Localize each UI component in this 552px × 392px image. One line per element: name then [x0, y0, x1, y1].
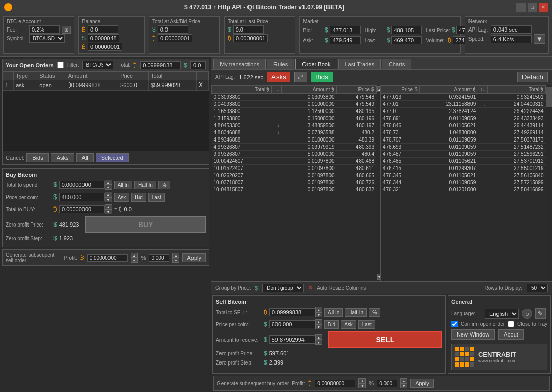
buy-bid-button[interactable]: Bid: [131, 193, 146, 202]
symbol-select[interactable]: BTC/USD: [29, 34, 65, 43]
sell-price-input[interactable]: [269, 320, 315, 328]
spend-spin-dn[interactable]: ▼: [105, 185, 112, 190]
lang-row: Language: English ○ ✎: [451, 308, 547, 319]
tab-last-trades[interactable]: Last Trades: [338, 59, 380, 69]
about-button[interactable]: About: [498, 329, 524, 340]
gen-buy-spin-up[interactable]: ▲: [358, 378, 366, 383]
cancel-all-button[interactable]: All: [76, 153, 94, 162]
ob-scrollbar[interactable]: [546, 85, 552, 281]
detach-button[interactable]: Detach: [517, 72, 548, 82]
sell-button[interactable]: SELL: [328, 331, 442, 348]
refresh-button[interactable]: ○: [522, 309, 532, 319]
switch-button[interactable]: ⇄: [294, 72, 307, 82]
sell-recv-spin-dn[interactable]: ▼: [315, 340, 322, 345]
close-button[interactable]: ✕: [539, 3, 548, 12]
tab-order-book[interactable]: Order Book: [295, 59, 337, 69]
buttons-row: New Window About: [451, 329, 547, 340]
asks-button[interactable]: Asks: [267, 72, 290, 82]
gen-buy-pct-input[interactable]: [377, 380, 397, 387]
bids-total: 26.44439114: [487, 122, 545, 129]
buy-button[interactable]: BUY: [85, 216, 206, 233]
sell-price-spin-dn[interactable]: ▼: [315, 324, 322, 329]
close-tray-checkbox[interactable]: [508, 321, 514, 327]
bids-row: 476.415 0.01299307 27.55001219: [381, 165, 546, 172]
sell-amt-spin-dn[interactable]: ▼: [315, 312, 322, 317]
bids-price: 476.345: [381, 172, 420, 179]
gen-sell-profit-input[interactable]: [87, 254, 128, 262]
group-select[interactable]: Don't group: [262, 284, 304, 292]
gen-sell-pct-spin-dn[interactable]: ▼: [172, 258, 179, 263]
ob-scrollbar-thumb[interactable]: [546, 87, 552, 107]
gen-buy-profit-input[interactable]: [315, 380, 355, 387]
scroll-dn-button[interactable]: ▼: [377, 274, 380, 280]
sell-ask-button[interactable]: Ask: [341, 320, 356, 329]
auto-resize-x[interactable]: ✕: [308, 285, 313, 291]
sell-pct-button[interactable]: %: [369, 308, 380, 317]
sell-last-button[interactable]: Last: [358, 320, 375, 329]
bids-amount: 2.37824124: [420, 108, 478, 115]
gen-sell-spin-up[interactable]: ▲: [131, 253, 138, 258]
sell-zero-profit-label: Zero profit Price:: [216, 351, 262, 356]
sell-amount-input[interactable]: [269, 308, 315, 316]
asks-price: 480.39: [337, 136, 376, 144]
minimize-button[interactable]: −: [516, 3, 526, 12]
buy-pct-button[interactable]: %: [158, 181, 170, 189]
buy-total-spin-dn[interactable]: ▼: [105, 209, 112, 214]
new-window-button[interactable]: New Window: [451, 329, 495, 340]
price-spin-dn[interactable]: ▼: [105, 197, 112, 202]
cancel-asks-button[interactable]: Asks: [51, 153, 74, 162]
sell-zero-profit-row: Zero profit Price: $ 597.601: [216, 350, 442, 357]
sell-price-spin-up[interactable]: ▲: [315, 319, 322, 324]
right-column: My transactions Rules Order Book Last Tr…: [211, 57, 552, 392]
row-close-button[interactable]: X: [197, 80, 209, 90]
buy-price-input[interactable]: [59, 193, 105, 201]
cancel-bids-button[interactable]: Bids: [26, 153, 48, 162]
confirm-checkbox[interactable]: [451, 321, 458, 327]
gen-sell-spin-dn[interactable]: ▼: [131, 258, 138, 263]
sell-recv-spin-up[interactable]: ▲: [315, 334, 322, 340]
sell-receive-input[interactable]: [269, 335, 315, 344]
price-spin-up[interactable]: ▲: [105, 192, 112, 197]
sell-panel: Sell Bitcoin Total to SELL: ₿ ▲ ▼ All In: [212, 295, 446, 374]
copy-fee-button[interactable]: ⊞: [62, 26, 71, 34]
scroll-up-button[interactable]: ▲: [377, 86, 380, 92]
lang-select[interactable]: English: [485, 309, 519, 319]
fee-label: Fee:: [7, 27, 27, 33]
buy-total-input[interactable]: [59, 205, 105, 213]
buy-last-button[interactable]: Last: [148, 193, 165, 202]
maximize-button[interactable]: □: [528, 3, 537, 12]
rows-select[interactable]: 50: [527, 284, 548, 292]
gen-buy-pct-spin-up[interactable]: ▲: [400, 378, 407, 383]
gen-sell-pct-input[interactable]: [149, 254, 169, 262]
sell-amt-spin-up[interactable]: ▲: [315, 307, 322, 312]
buy-ask-button[interactable]: Ask: [114, 193, 130, 202]
buy-spend-input[interactable]: [59, 181, 105, 189]
sell-title: Sell Bitcoin: [216, 299, 442, 305]
buy-total-spin-up[interactable]: ▲: [105, 204, 112, 209]
gen-buy-spin-dn[interactable]: ▼: [358, 383, 366, 388]
asks-price: 480.393: [337, 144, 376, 151]
spend-spin-up[interactable]: ▲: [105, 180, 112, 185]
filter-select[interactable]: BTC/USD: [82, 61, 113, 69]
asks-column: Total ₿ ↑↓ Amount ₿ Price $ 0.03093800 0…: [211, 85, 377, 281]
filter-checkbox[interactable]: [57, 62, 64, 68]
settings-button[interactable]: ✎: [535, 308, 546, 319]
gen-sell-apply-button[interactable]: Apply: [182, 253, 206, 262]
buy-eq-val: 0.0: [124, 206, 131, 212]
gen-buy-apply-button[interactable]: Apply: [410, 379, 434, 388]
gen-sell-pct-spin-up[interactable]: ▲: [172, 253, 179, 258]
tab-my-transactions[interactable]: My transactions: [213, 59, 266, 69]
sell-bid-button[interactable]: Bid: [324, 320, 339, 329]
bids-price: 476.415: [381, 165, 420, 172]
network-dropdown-button[interactable]: ▼: [534, 34, 545, 44]
buy-half-in-button[interactable]: Half In: [134, 181, 156, 189]
gen-buy-pct-spin-dn[interactable]: ▼: [400, 383, 407, 388]
sell-half-in-button[interactable]: Half In: [345, 308, 367, 317]
cancel-selected-button[interactable]: Selected: [96, 153, 129, 162]
bids-button[interactable]: Bids: [311, 72, 333, 82]
sell-all-in-button[interactable]: All In: [324, 308, 343, 317]
tab-rules[interactable]: Rules: [267, 59, 294, 69]
tab-charts[interactable]: Charts: [382, 59, 411, 69]
buy-all-in-button[interactable]: All In: [114, 181, 132, 189]
bids-price: 476.487: [381, 151, 420, 158]
